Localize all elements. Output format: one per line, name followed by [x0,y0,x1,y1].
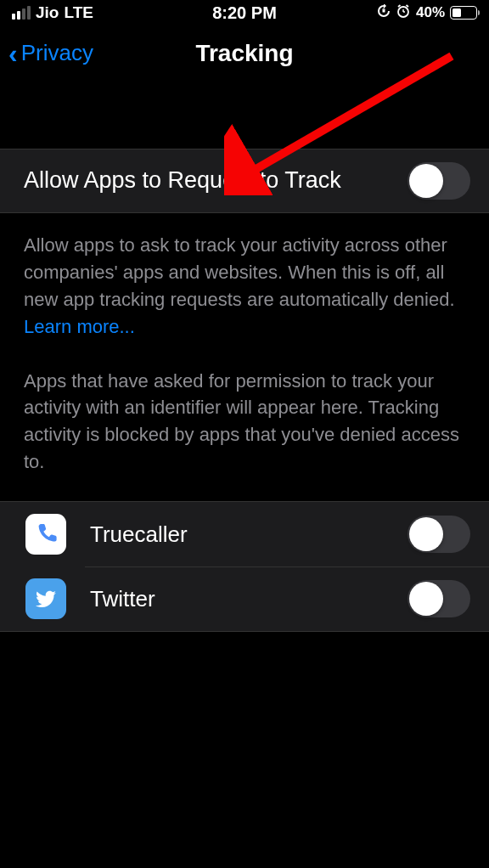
status-bar: Jio LTE 8:20 PM 40% [0,0,489,25]
learn-more-link[interactable]: Learn more... [24,316,135,337]
status-left: Jio LTE [12,3,93,22]
back-label: Privacy [21,40,93,66]
back-button[interactable]: ‹ Privacy [8,40,93,67]
allow-tracking-toggle[interactable] [408,162,470,200]
signal-icon [12,6,31,20]
svg-line-5 [406,5,408,7]
apps-description-text: Apps that have asked for permission to t… [24,370,459,473]
app-name-label: Twitter [90,586,408,612]
svg-rect-0 [382,9,385,13]
battery-percent: 40% [416,4,445,21]
page-title: Tracking [195,40,293,67]
status-right: 40% [377,3,477,23]
alarm-icon [396,3,411,23]
app-list: Truecaller Twitter [0,501,489,632]
tracking-description: Allow apps to ask to track your activity… [0,213,489,359]
allow-tracking-label: Allow Apps to Request to Track [24,165,341,197]
status-time: 8:20 PM [212,3,277,23]
tracking-description-text: Allow apps to ask to track your activity… [24,234,455,310]
truecaller-app-icon [25,514,66,555]
battery-icon [450,6,477,20]
apps-description: Apps that have asked for permission to t… [0,359,489,502]
twitter-app-icon [25,578,66,619]
chevron-left-icon: ‹ [8,40,18,67]
truecaller-toggle[interactable] [408,516,470,553]
allow-tracking-row: Allow Apps to Request to Track [0,149,489,213]
nav-header: ‹ Privacy Tracking [0,25,489,81]
svg-line-4 [398,5,401,7]
orientation-lock-icon [377,4,391,22]
network-label: LTE [64,3,93,22]
app-row-twitter: Twitter [0,566,489,631]
app-row-truecaller: Truecaller [0,502,489,566]
app-name-label: Truecaller [90,521,408,548]
twitter-toggle[interactable] [408,580,470,617]
carrier-label: Jio [36,3,59,22]
